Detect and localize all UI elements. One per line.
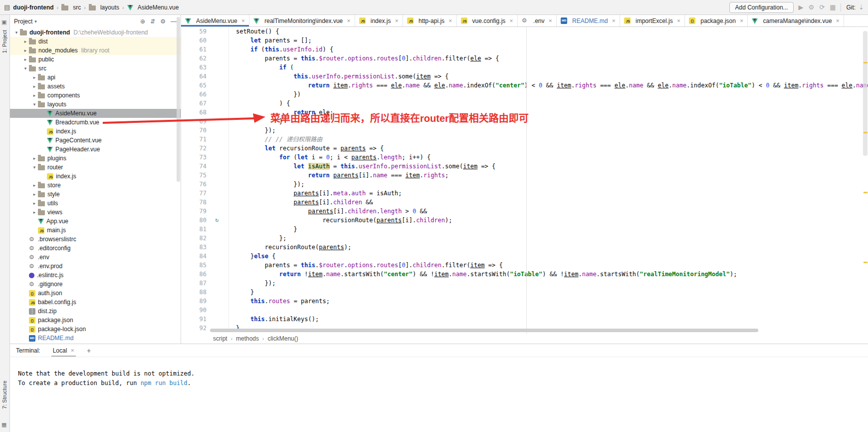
tree-row[interactable]: ▾src (10, 64, 181, 73)
tab-close-icon[interactable]: ✕ (241, 18, 245, 23)
tree-row[interactable]: babel.config.js (10, 298, 181, 307)
code-line[interactable]: 89 this.routes = parents; (181, 297, 868, 306)
tree-row[interactable]: ▸components (10, 91, 181, 100)
tab-close-icon[interactable]: ✕ (549, 18, 553, 23)
code-line[interactable]: 77 parents[i].meta.auth = isAuth; (181, 189, 868, 198)
window-menu-icon[interactable]: ▤ (4, 3, 10, 11)
tab-close-icon[interactable]: ✕ (448, 18, 452, 23)
vertical-scrollbar[interactable] (863, 31, 868, 156)
breadcrumb-item[interactable]: duoji-frontend (13, 4, 53, 11)
editor-tab[interactable]: realTimeMonitoring\index.vue✕ (249, 15, 355, 26)
tab-close-icon[interactable]: ✕ (612, 18, 616, 23)
tree-row[interactable]: ▸assets (10, 82, 181, 91)
tree-row[interactable]: ▸dist (10, 37, 181, 46)
breadcrumb-item[interactable]: clickMenu() (267, 335, 298, 342)
code-line[interactable]: 86 return !item.name.startsWith("center"… (181, 270, 868, 279)
code-line[interactable]: 87 }); (181, 279, 868, 288)
code-line[interactable]: 70 }); (181, 126, 868, 135)
code-line[interactable]: 88 } (181, 288, 868, 297)
breadcrumb-item[interactable]: layouts (89, 4, 119, 11)
chevron-closed-icon[interactable]: ▸ (31, 93, 38, 98)
code-line[interactable]: 74 let isAuth = this.userInfo.permission… (181, 162, 868, 171)
tree-row[interactable]: ▾duoji-frontendD:\zheheWeb\duoji-fronten… (10, 28, 181, 37)
code-line[interactable]: 67 ) { (181, 99, 868, 108)
tab-close-icon[interactable]: ✕ (347, 18, 351, 23)
git-label[interactable]: Git: (846, 4, 856, 11)
code-line[interactable]: 79 parents[i].children.length > 0 && (181, 207, 868, 216)
editor-tab[interactable]: vue.config.js✕ (457, 15, 518, 26)
code-line[interactable]: 71 // // 递归权限路由 (181, 135, 868, 144)
warning-stripe-mark[interactable] (864, 262, 868, 263)
tree-row[interactable]: .eslintrc.js (10, 271, 181, 280)
breadcrumb-item[interactable]: script (213, 335, 227, 342)
tree-row[interactable]: .env (10, 253, 181, 262)
tree-row[interactable]: package-lock.json (10, 325, 181, 334)
tree-row[interactable]: .editorconfig (10, 244, 181, 253)
breadcrumb-item[interactable]: src (61, 4, 81, 11)
tree-row[interactable]: index.js (10, 172, 181, 181)
tree-row[interactable]: ▸store (10, 181, 181, 190)
chevron-open-icon[interactable]: ▾ (31, 102, 38, 107)
code-line[interactable]: 75 return parents[i].name === item.right… (181, 171, 868, 180)
tree-row[interactable]: .browserslistrc (10, 235, 181, 244)
tree-row[interactable]: main.js (10, 226, 181, 235)
warning-stripe-mark[interactable] (864, 62, 868, 63)
tree-row[interactable]: AsideMenu.vue (10, 109, 181, 118)
project-tree-scrollbar[interactable] (177, 17, 180, 182)
code-line[interactable]: 80↻ recursionRoute(parents[i].children); (181, 216, 868, 225)
chevron-closed-icon[interactable]: ▸ (31, 201, 38, 206)
tree-row[interactable]: index.js (10, 127, 181, 136)
tree-row[interactable]: ▾router (10, 163, 181, 172)
tree-row[interactable]: ▸node_moduleslibrary root (10, 46, 181, 55)
expand-icon[interactable]: ⇵ (150, 18, 155, 25)
code-line[interactable]: 63 if ( (181, 63, 868, 72)
chevron-open-icon[interactable]: ▾ (31, 165, 38, 170)
tree-row[interactable]: ▸api (10, 73, 181, 82)
settings-icon[interactable]: ⚙ (809, 3, 815, 11)
tree-row[interactable]: auth.json (10, 289, 181, 298)
tree-row[interactable]: dist.zip (10, 307, 181, 316)
recursive-call-icon[interactable]: ↻ (215, 216, 218, 225)
terminal-output[interactable]: Note that the development build is not o… (10, 357, 868, 432)
editor-tab[interactable]: http-api.js✕ (403, 15, 457, 26)
chevron-closed-icon[interactable]: ▸ (31, 75, 38, 80)
tree-row[interactable]: ▸plugins (10, 154, 181, 163)
vcs-update-icon[interactable]: ⇣ (859, 3, 864, 11)
chevron-down-icon[interactable]: ▾ (34, 19, 37, 24)
tree-row[interactable]: PageHeader.vue (10, 145, 181, 154)
code-line[interactable]: 76 }); (181, 180, 868, 189)
tab-close-icon[interactable]: ✕ (509, 18, 513, 23)
new-terminal-icon[interactable]: + (87, 347, 91, 355)
tab-close-icon[interactable]: ✕ (836, 18, 840, 23)
tab-close-icon[interactable]: ✕ (677, 18, 681, 23)
hide-icon[interactable]: — (171, 18, 177, 25)
tree-row[interactable]: package.json (10, 316, 181, 325)
tree-row[interactable]: ▾layouts (10, 100, 181, 109)
update-icon[interactable]: ⟳ (819, 3, 825, 11)
code-line[interactable]: 66 }) (181, 90, 868, 99)
tree-row[interactable]: .gitignore (10, 280, 181, 289)
chevron-closed-icon[interactable]: ▸ (22, 39, 29, 44)
tree-row[interactable]: ▸style (10, 190, 181, 199)
bottom-toolwindow-icon[interactable]: ▦ (1, 422, 6, 428)
horizontal-scrollbar[interactable] (210, 329, 758, 332)
code-line[interactable]: 65 return item.rights === ele.name && el… (181, 81, 868, 90)
terminal-tab-local[interactable]: Local ✕ (51, 344, 76, 357)
run-icon[interactable]: ▶ (799, 3, 804, 11)
tree-row[interactable]: ▸views (10, 208, 181, 217)
chevron-closed-icon[interactable]: ▸ (22, 48, 29, 53)
grid-icon[interactable]: ▦ (830, 3, 836, 11)
toolwindow-structure-label[interactable]: 7: Structure (1, 381, 7, 409)
code-line[interactable]: 91 this.initialKeys(); (181, 315, 868, 324)
chevron-closed-icon[interactable]: ▸ (31, 183, 38, 188)
code-line[interactable]: 64 this.userInfo.permissionList.some(ite… (181, 72, 868, 81)
chevron-open-icon[interactable]: ▾ (13, 30, 20, 35)
editor-tab[interactable]: AsideMenu.vue✕ (181, 15, 249, 26)
code-line[interactable]: 59setRoute() { (181, 27, 868, 36)
project-toolwindow-icon[interactable]: ▣ (1, 19, 6, 25)
settings-icon[interactable]: ⚙ (160, 18, 166, 25)
tree-row[interactable]: .env.prod (10, 262, 181, 271)
code-line[interactable]: 61 if (this.userInfo.id) { (181, 45, 868, 54)
tree-row[interactable]: ▸utils (10, 199, 181, 208)
code-line[interactable]: 78 parents[i].children && (181, 198, 868, 207)
